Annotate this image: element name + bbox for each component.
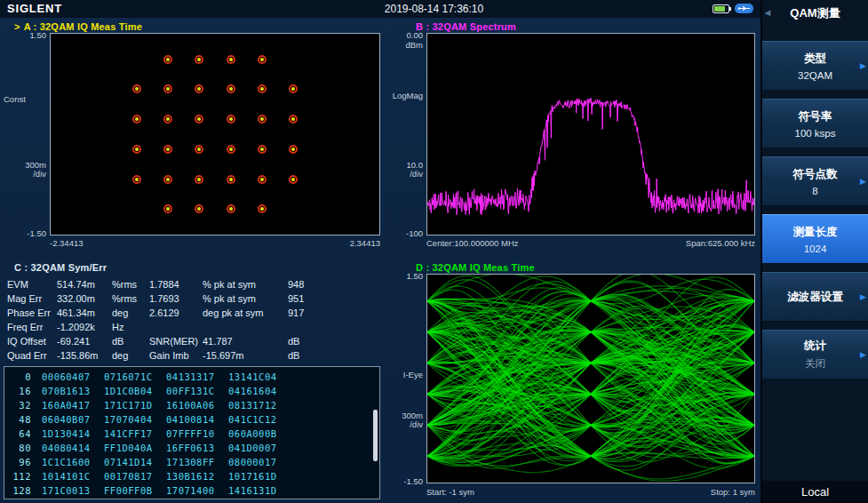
symbol-table-row: 641D130414141CFF1707FFFF10060A000B (4, 427, 379, 441)
sidebar-item-value: 1024 (804, 244, 827, 254)
symbol-hex-group: 1017161D (228, 471, 291, 482)
measurement-cell: -69.241 (57, 336, 112, 347)
constellation-point (258, 175, 267, 184)
constellation-point (258, 55, 267, 64)
measurement-cell: Hz (112, 322, 149, 332)
constellation-point (227, 204, 235, 213)
measurement-row: Freq Err-1.2092kHz (7, 320, 377, 334)
measurement-cell: % pk at sym (203, 279, 288, 290)
eye-diagram-plot[interactable] (426, 274, 755, 483)
symbol-hex-group: 1D1C0B04 (104, 386, 166, 396)
symbol-hex-group: 041D0007 (228, 443, 291, 453)
d-y-max-label: 1.50 (384, 271, 423, 281)
right-arrow-icon: ▶ (860, 61, 866, 70)
measurement-cell: %rms (112, 293, 149, 304)
symbol-hex-group: 13141C04 (228, 371, 291, 382)
symbol-hex-group: 1D130414 (42, 428, 104, 439)
symbol-hex-group: 06040B07 (42, 414, 104, 425)
constellation-point (258, 84, 267, 93)
right-arrow-icon: ▶ (860, 177, 866, 186)
sidebar-item-label: 统计 (804, 339, 826, 354)
sidebar-item-value: 32QAM (798, 70, 832, 81)
b-y-div-unit: /div (384, 169, 423, 179)
spectrum-plot[interactable] (426, 33, 755, 236)
b-ref-unit-label: dBm (384, 40, 423, 50)
measurement-cell: 1.7693 (149, 293, 203, 304)
symbol-hex-group: 16FF0613 (166, 443, 228, 453)
panel-eye-diagram: D : 32QAM IQ Meas Time 1.50 I-Eye 300m /… (384, 259, 760, 503)
symbol-row-index: 128 (4, 485, 31, 496)
hex-scrollbar-thumb[interactable] (373, 410, 378, 461)
constellation-point (227, 175, 235, 184)
constellation-point (132, 84, 141, 93)
sidebar-item-statistics[interactable]: 统计关闭▶ (762, 330, 868, 379)
symbol-row-index: 48 (4, 414, 31, 425)
measurement-cell: 2.6129 (149, 307, 203, 318)
symbol-hex-group: 1416131D (228, 485, 291, 496)
panel-spectrum: B : 32QAM Spectrum 0.00 dBm LogMag 10.0 … (384, 18, 760, 259)
constellation-point (258, 204, 267, 213)
a-y-div-unit: /div (0, 169, 46, 179)
measurement-cell: 951 (288, 293, 327, 304)
a-axis-name: Const (4, 94, 26, 104)
symbol-hex-table[interactable]: 0000604070716071C0413131713141C0416070B1… (4, 366, 380, 499)
symbol-table-row: 1121014101C00170817130B16121017161D (4, 469, 379, 483)
panel-sym-err: C : 32QAM Sym/Err EVM514.74m%rms1.7884% … (0, 259, 384, 503)
constellation-point (163, 175, 172, 184)
symbol-hex-group: 17071400 (166, 485, 228, 496)
symbol-table-row: 128171C0013FF00FF0B170714001416131D (4, 483, 379, 498)
measurement-cell: 1.7884 (149, 279, 203, 290)
symbol-hex-group: 04131317 (166, 371, 228, 382)
app-root: SIGLENT 2019-08-14 17:36:10 >A : 32QAM I… (0, 0, 868, 503)
measurement-cell: 948 (288, 279, 327, 290)
local-button[interactable]: Local (762, 481, 868, 503)
measurement-cell: -135.86m (57, 350, 112, 361)
sidebar-item-meas-length[interactable]: 测量长度1024 (762, 214, 868, 264)
sidebar-item-filter-settings[interactable]: 滤波器设置▶ (762, 272, 868, 322)
constellation-point (163, 204, 172, 213)
measurement-cell: Mag Err (7, 293, 57, 304)
sidebar-title: QAM测量 (790, 5, 840, 21)
sidebar-menu: ◀ QAM测量 类型32QAM▶符号率100 ksps符号点数8▶测量长度102… (760, 0, 868, 503)
symbol-table-row: 961C1C160007141D14171308FF08000017 (4, 455, 379, 469)
panel-constellation: >A : 32QAM IQ Meas Time 1.50 Const 300m … (0, 18, 384, 259)
sidebar-item-type[interactable]: 类型32QAM▶ (762, 41, 868, 91)
d-y-min-label: -1.50 (384, 476, 423, 486)
right-arrow-icon: ▶ (860, 350, 866, 359)
sidebar-item-symbol-rate[interactable]: 符号率100 ksps (762, 99, 868, 148)
left-arrow-icon[interactable]: ◀ (765, 9, 770, 17)
measurement-cell: %rms (112, 279, 149, 290)
measurement-row: Mag Err332.00m%rms1.7693% pk at sym951 (7, 291, 377, 306)
symbol-hex-group: 16100A06 (166, 400, 228, 411)
symbol-hex-group: 07FFFF10 (166, 428, 228, 439)
constellation-point (163, 55, 172, 64)
sidebar-header: ◀ QAM测量 (762, 0, 868, 27)
symbol-hex-group: 1014101C (42, 471, 104, 482)
constellation-plot[interactable] (50, 33, 380, 236)
constellation-point (195, 55, 203, 64)
measurement-cell: 332.00m (57, 293, 112, 304)
b-scale-mode-label: LogMag (384, 91, 423, 100)
measurement-row: IQ Offset-69.241dBSNR(MER)41.787dB (7, 334, 377, 348)
symbol-row-index: 112 (4, 471, 31, 482)
sidebar-item-value: 8 (812, 186, 817, 196)
symbol-hex-group: 1C1C1600 (42, 457, 104, 467)
d-stop-label: Stop: 1 sym (426, 487, 755, 497)
symbol-hex-group: 171C171D (104, 400, 166, 411)
sidebar-item-symbol-points[interactable]: 符号点数8▶ (762, 156, 868, 206)
constellation-point (227, 55, 235, 64)
symbol-hex-group: FF00FF0B (104, 485, 166, 496)
spectrum-trace-svg (427, 34, 754, 235)
symbol-hex-group: 00170817 (104, 471, 166, 482)
panel-d-title: D : 32QAM IQ Meas Time (416, 262, 535, 273)
symbol-table-row: 16070B16131D1C0B0400FF131C04161604 (4, 384, 379, 398)
measurement-cell: deg pk at sym (203, 307, 288, 318)
constellation-point (163, 145, 172, 154)
constellation-point (132, 145, 141, 154)
symbol-hex-group: 130B1612 (166, 471, 228, 482)
measurement-cell: deg (112, 350, 149, 361)
measurement-cell: 41.787 (203, 336, 288, 347)
measurement-cell: % pk at sym (203, 293, 288, 304)
sidebar-item-value: 关闭 (805, 357, 825, 371)
b-ref-level-label: 0.00 (384, 30, 423, 40)
